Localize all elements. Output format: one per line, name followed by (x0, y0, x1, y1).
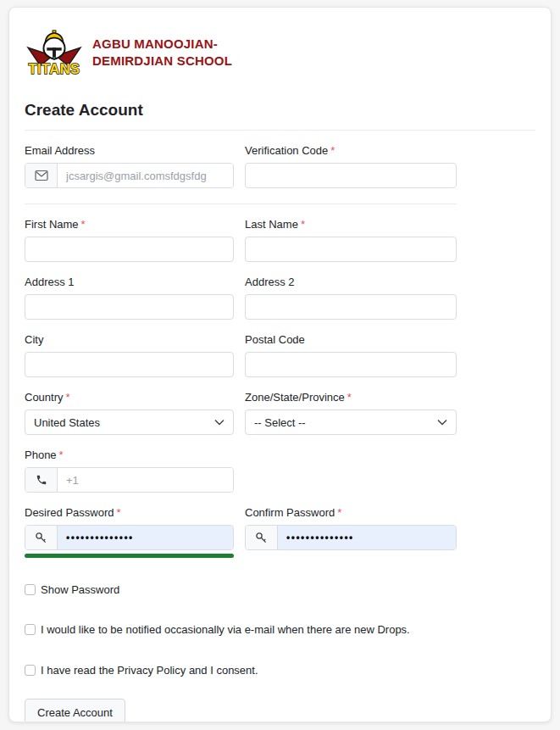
email-input-group (25, 163, 234, 188)
address2-label: Address 2 (245, 276, 457, 288)
last-name-label: Last Name* (245, 218, 457, 231)
school-name: AGBU MANOOJIAN- DEMIRDJIAN SCHOOL (92, 36, 232, 70)
confirm-password-group (245, 525, 457, 550)
create-account-card: TITANS AGBU MANOOJIAN- DEMIRDJIAN SCHOOL… (8, 7, 552, 722)
phone-icon (25, 468, 58, 492)
privacy-policy-link[interactable]: Privacy Policy (117, 664, 186, 677)
notify-checkbox[interactable] (25, 624, 36, 635)
school-logo-header: TITANS AGBU MANOOJIAN- DEMIRDJIAN SCHOOL (25, 28, 535, 77)
postal-code-label: Postal Code (245, 333, 457, 346)
password-strength-bar (25, 554, 234, 558)
envelope-icon (25, 164, 58, 187)
confirm-password-input[interactable] (278, 526, 456, 549)
country-label: Country* (25, 391, 234, 404)
desired-password-label: Desired Password* (25, 506, 234, 519)
confirm-password-label: Confirm Password* (245, 506, 457, 519)
title-divider (25, 130, 535, 131)
first-name-input[interactable] (25, 237, 234, 262)
desired-password-input[interactable] (58, 526, 233, 549)
verification-code-input[interactable] (245, 163, 457, 188)
phone-input-group (25, 467, 234, 493)
key-icon (246, 526, 278, 549)
notify-label: I would like to be notified occasionally… (41, 623, 410, 637)
create-account-button[interactable]: Create Account (25, 699, 125, 722)
show-password-label: Show Password (41, 583, 119, 597)
first-name-label: First Name* (25, 218, 234, 231)
country-select[interactable]: United States (25, 410, 234, 435)
school-name-line2: DEMIRDJIAN SCHOOL (92, 53, 232, 70)
key-icon (25, 526, 58, 549)
zone-select[interactable]: -- Select -- (245, 410, 457, 435)
privacy-label: I have read the Privacy Policy and I con… (41, 664, 258, 677)
address1-input[interactable] (25, 294, 234, 320)
address1-label: Address 1 (25, 276, 234, 288)
postal-code-input[interactable] (245, 352, 457, 377)
phone-label: Phone* (25, 449, 234, 461)
verification-code-label: Verification Code* (245, 144, 457, 157)
email-label: Email Address (25, 144, 234, 157)
svg-text:TITANS: TITANS (29, 61, 80, 76)
city-label: City (25, 333, 234, 346)
titans-logo-icon: TITANS (25, 28, 84, 77)
create-account-form: Email Address Verification Code* (25, 144, 457, 722)
phone-input[interactable] (58, 468, 233, 492)
desired-password-group (25, 525, 234, 550)
zone-label: Zone/State/Province* (245, 391, 457, 404)
show-password-checkbox[interactable] (25, 584, 36, 595)
email-input[interactable] (58, 164, 233, 187)
school-name-line1: AGBU MANOOJIAN- (92, 36, 232, 53)
chevron-down-icon (214, 419, 225, 426)
section-divider (25, 203, 457, 204)
last-name-input[interactable] (245, 237, 457, 262)
privacy-checkbox[interactable] (25, 665, 36, 676)
page-title: Create Account (25, 101, 535, 120)
chevron-down-icon (437, 419, 447, 426)
city-input[interactable] (25, 352, 234, 377)
address2-input[interactable] (245, 294, 457, 320)
